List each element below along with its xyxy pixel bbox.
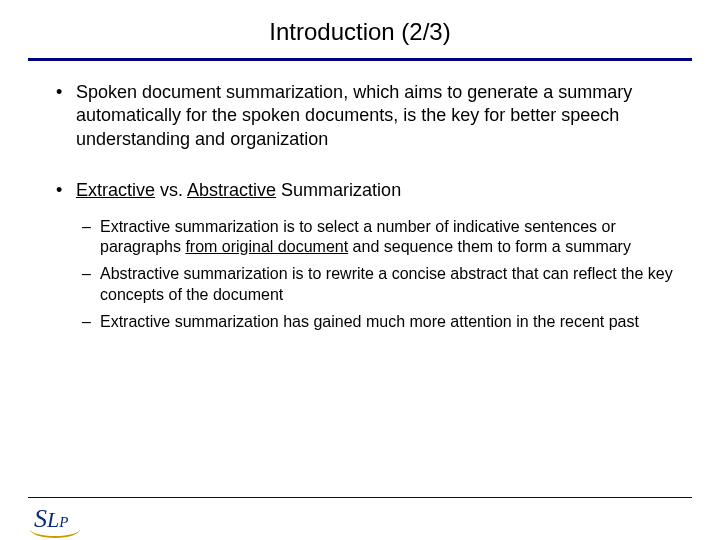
sub-bullet-list: Extractive summarization is to select a … bbox=[76, 217, 680, 333]
logo-letter-p: P bbox=[59, 514, 68, 530]
sub-text: Abstractive summarization is to rewrite … bbox=[100, 265, 673, 303]
bullet-item: Spoken document summarization, which aim… bbox=[56, 81, 680, 151]
sub-bullet-item: Extractive summarization is to select a … bbox=[76, 217, 680, 259]
term-extractive: Extractive bbox=[76, 180, 155, 200]
logo-letter-s: S bbox=[34, 504, 47, 533]
sub-bullet-item: Extractive summarization has gained much… bbox=[76, 312, 680, 333]
term-abstractive: Abstractive bbox=[187, 180, 276, 200]
bullet-list: Spoken document summarization, which aim… bbox=[56, 81, 680, 333]
text-summarization: Summarization bbox=[276, 180, 401, 200]
logo-letter-l: L bbox=[47, 507, 59, 532]
slp-logo: SLP bbox=[34, 504, 68, 534]
sub-bullet-item: Abstractive summarization is to rewrite … bbox=[76, 264, 680, 306]
sub-text: and sequence them to form a summary bbox=[348, 238, 631, 255]
text-vs: vs. bbox=[155, 180, 187, 200]
slide-content: Spoken document summarization, which aim… bbox=[0, 81, 720, 333]
slide-title: Introduction (2/3) bbox=[0, 0, 720, 58]
phrase-from-original: from original document bbox=[185, 238, 348, 255]
bullet-text: Spoken document summarization, which aim… bbox=[76, 82, 632, 149]
sub-text: Extractive summarization has gained much… bbox=[100, 313, 639, 330]
bullet-item: Extractive vs. Abstractive Summarization… bbox=[56, 179, 680, 332]
title-divider bbox=[28, 58, 692, 61]
footer-divider bbox=[28, 497, 692, 498]
